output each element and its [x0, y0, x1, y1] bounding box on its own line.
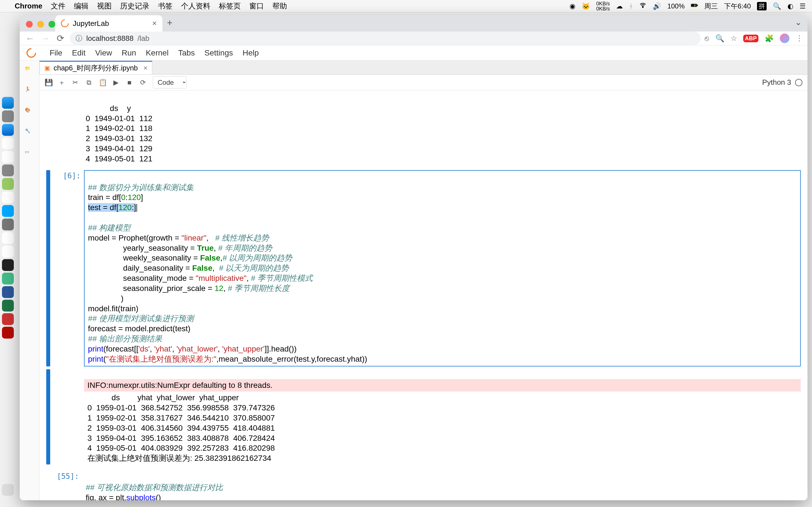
dock-app-safari[interactable]	[2, 124, 14, 136]
output-collapser[interactable]	[46, 369, 50, 464]
menu-tabs[interactable]: 标签页	[219, 1, 241, 11]
address-bar[interactable]: ⓘ localhost:8888/lab	[70, 32, 701, 45]
wifi-icon[interactable]	[639, 2, 647, 11]
bookmark-star-icon[interactable]: ☆	[730, 34, 737, 43]
macos-dock	[0, 12, 16, 507]
code-cell-6[interactable]: [6]: ## 数据切分为训练集和测试集 train = df[0:120] t…	[46, 170, 801, 367]
notebook-tab[interactable]: ▣ chap6_时间序列分析.ipynb ×	[40, 61, 152, 74]
dock-app-skim[interactable]	[2, 313, 14, 325]
dock-app-excel[interactable]	[2, 300, 14, 312]
jmenu-file[interactable]: File	[50, 48, 62, 57]
kernel-name[interactable]: Python 3	[762, 78, 791, 87]
menu-view[interactable]: 视图	[97, 1, 112, 11]
jupyter-tabbar: ▣ chap6_时间序列分析.ipynb ×	[40, 61, 808, 75]
zoom-icon[interactable]: 🔍	[715, 34, 724, 43]
close-tab-icon[interactable]: ×	[152, 19, 157, 28]
jupyter-favicon-icon	[59, 18, 70, 29]
dock-trash[interactable]	[2, 484, 14, 496]
jmenu-run[interactable]: Run	[122, 48, 136, 57]
reload-button[interactable]: ⟳	[55, 33, 66, 44]
menu-help[interactable]: 帮助	[272, 1, 287, 11]
jmenu-kernel[interactable]: Kernel	[146, 48, 168, 57]
tab-title: JupyterLab	[73, 19, 109, 28]
dock-app-terminal[interactable]	[2, 259, 14, 271]
fullscreen-window-button[interactable]	[49, 21, 55, 27]
stop-icon[interactable]: ■	[126, 78, 133, 87]
app-name[interactable]: Chrome	[15, 2, 42, 10]
tab-search-icon[interactable]: ⌄	[795, 17, 802, 27]
paste-icon[interactable]: 📋	[99, 78, 106, 87]
dock-app-launchpad[interactable]	[2, 110, 14, 122]
restart-icon[interactable]: ⟳	[139, 78, 147, 87]
macos-menubar: Chrome 文件 编辑 视图 历史记录 书签 个人资料 标签页 窗口 帮助 ◉…	[0, 0, 812, 12]
extensions-icon[interactable]: 🧩	[765, 34, 774, 43]
menu-edit[interactable]: 编辑	[74, 1, 89, 11]
menu-profiles[interactable]: 个人资料	[181, 1, 210, 11]
menu-window[interactable]: 窗口	[249, 1, 264, 11]
back-button[interactable]: ←	[24, 33, 36, 44]
dock-app-qq[interactable]	[2, 245, 14, 258]
chrome-menu-icon[interactable]: ⋮	[796, 34, 803, 43]
celltype-select[interactable]: Code	[153, 76, 187, 89]
running-icon[interactable]: 🏃	[25, 87, 35, 96]
dock-app-sysprefs[interactable]	[2, 219, 14, 230]
jmenu-edit[interactable]: Edit	[72, 48, 86, 57]
jmenu-tabs[interactable]: Tabs	[178, 48, 195, 57]
minimize-window-button[interactable]	[37, 21, 44, 27]
clock[interactable]: 下午6:40	[724, 2, 751, 11]
commands-icon[interactable]: 🎨	[25, 107, 35, 117]
run-icon[interactable]: ▶	[112, 78, 119, 87]
jmenu-settings[interactable]: Settings	[204, 48, 233, 57]
dock-app-calendar[interactable]	[2, 151, 14, 163]
browser-tab[interactable]: JupyterLab ×	[55, 15, 162, 32]
dock-app-chrome[interactable]	[2, 232, 14, 244]
url-path: /lab	[138, 34, 149, 43]
date-day[interactable]: 周三	[704, 2, 718, 11]
save-icon[interactable]: 💾	[45, 78, 52, 87]
menu-bookmarks[interactable]: 书签	[158, 1, 172, 11]
battery-pct: 100%	[667, 2, 684, 10]
build-icon[interactable]: 🔧	[25, 128, 35, 138]
dock-app-word[interactable]	[2, 286, 14, 298]
code-editor[interactable]: ## 数据切分为训练集和测试集 train = df[0:120] test =…	[84, 170, 801, 367]
close-window-button[interactable]	[26, 21, 33, 27]
kernel-status-icon[interactable]	[795, 79, 802, 86]
code-cell-55[interactable]: [55]: ## 可视化原始数据和预测数据进行对比 fig, ax = plt.…	[46, 471, 801, 500]
tabs-icon[interactable]: ▭	[25, 149, 35, 159]
dock-app-mail[interactable]	[2, 137, 14, 149]
new-tab-button[interactable]: +	[167, 17, 172, 28]
adblock-extension-icon[interactable]: ABP	[743, 35, 758, 42]
translate-icon[interactable]: ⎋	[705, 34, 709, 43]
dock-app-settings[interactable]	[2, 165, 14, 176]
cut-icon[interactable]: ✂	[71, 78, 79, 87]
sync-icon[interactable]: ☁	[616, 2, 623, 10]
notification-center-icon[interactable]: ☰	[800, 2, 806, 10]
spotlight-icon[interactable]: 🔍	[773, 2, 781, 10]
menu-file[interactable]: 文件	[51, 1, 65, 11]
dock-app-finder[interactable]	[2, 97, 14, 109]
dock-app-appstore[interactable]	[2, 205, 14, 217]
volume-icon[interactable]: 🔊	[653, 2, 661, 10]
battery-icon[interactable]: ⚡	[691, 2, 698, 11]
code-editor[interactable]: ## 可视化原始数据和预测数据进行对比 fig, ax = plt.subplo…	[82, 471, 801, 500]
jmenu-view[interactable]: View	[95, 48, 112, 57]
dock-app-rstudio[interactable]	[2, 273, 14, 284]
bluetooth-icon[interactable]: ᚼ	[629, 2, 633, 10]
filebrowser-icon[interactable]: 📁	[25, 66, 35, 75]
jmenu-help[interactable]: Help	[243, 48, 259, 57]
cat-icon[interactable]: 🐱	[581, 2, 590, 10]
cell-collapser[interactable]	[46, 170, 50, 367]
notebook-area[interactable]: ds y 0 1949-01-01 112 1 1949-02-01 118 2…	[40, 91, 808, 500]
close-notebook-tab-icon[interactable]: ×	[144, 64, 148, 72]
siri-icon[interactable]: ◐	[788, 2, 794, 10]
insert-cell-icon[interactable]: ＋	[58, 78, 65, 87]
profile-avatar[interactable]	[780, 34, 790, 43]
site-info-icon[interactable]: ⓘ	[75, 34, 82, 43]
menu-history[interactable]: 历史记录	[120, 1, 149, 11]
ime-indicator[interactable]: 拼	[757, 2, 767, 10]
dock-app-acrobat[interactable]	[2, 327, 14, 339]
copy-icon[interactable]: ⧉	[85, 78, 93, 87]
dock-app-maps[interactable]	[2, 178, 14, 190]
screenrec-icon[interactable]: ◉	[569, 2, 575, 10]
dock-app-photos[interactable]	[2, 191, 14, 203]
